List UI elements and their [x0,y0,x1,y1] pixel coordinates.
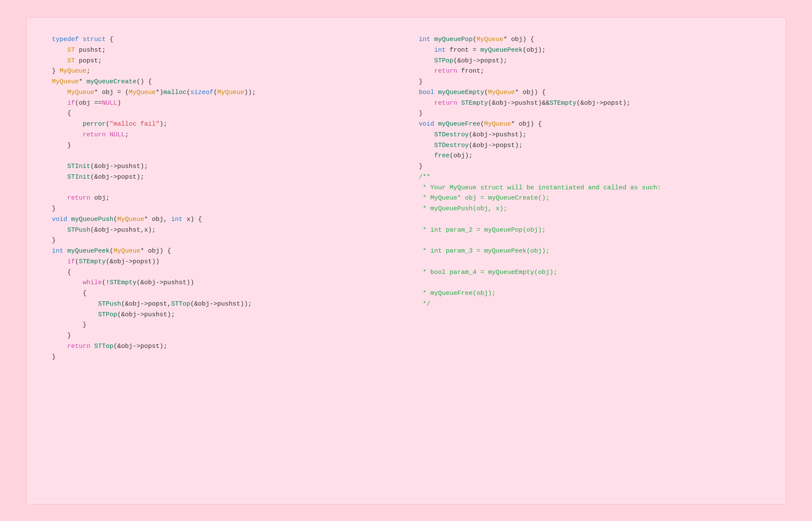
code-block-push: void myQueuePush(MyQueue* obj, int x) { … [52,215,393,246]
code-container: typedef struct { ST pushst; ST popst; } … [26,17,786,504]
code-block-peek: int myQueuePeek(MyQueue* obj) { if(STEmp… [52,246,393,362]
code-block-typedef: typedef struct { ST pushst; ST popst; } … [52,35,393,77]
code-block-create: MyQueue* myQueueCreate() { MyQueue* obj … [52,77,393,215]
code-block-free: void myQueueFree(MyQueue* obj) { STDestr… [419,119,760,172]
right-column: int myQueuePop(MyQueue* obj) { int front… [419,35,760,487]
code-block-pop: int myQueuePop(MyQueue* obj) { int front… [419,35,760,88]
left-column: typedef struct { ST pushst; ST popst; } … [52,35,393,487]
code-block-empty: bool myQueueEmpty(MyQueue* obj) { return… [419,88,760,119]
code-block-comment: /** * Your MyQueue struct will be instan… [419,172,760,310]
